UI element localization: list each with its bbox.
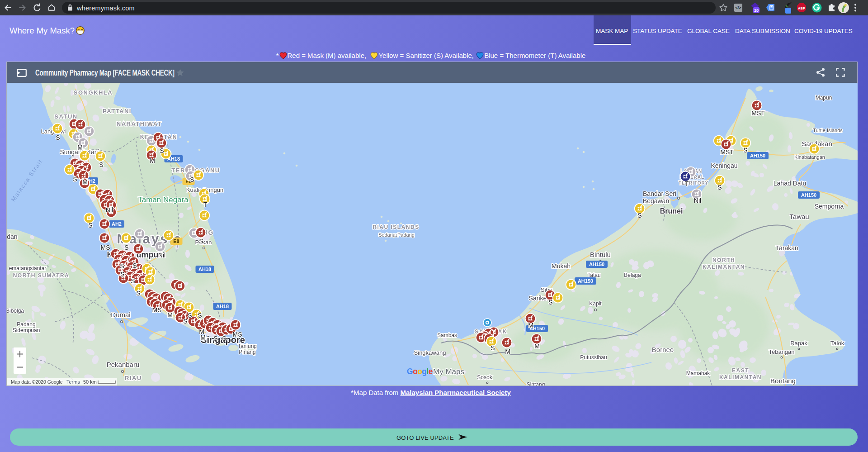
svg-text:Padang: Padang [397, 232, 415, 238]
svg-text:S: S [99, 161, 103, 168]
svg-text:Tawau: Tawau [789, 213, 809, 220]
svg-text:50 km: 50 km [83, 379, 97, 385]
svg-text:Semporna: Semporna [815, 203, 844, 210]
svg-text:M: M [200, 334, 206, 341]
svg-text:AH150: AH150 [578, 278, 593, 284]
svg-text:S: S [183, 318, 187, 325]
svg-text:S: S [743, 147, 747, 154]
svg-text:10: 10 [754, 8, 759, 13]
svg-text:M: M [82, 178, 88, 186]
svg-text:SONGKHLA: SONGKHLA [74, 89, 113, 96]
svg-text:M: M [505, 348, 510, 355]
svg-text:Taman Negara: Taman Negara [138, 195, 189, 204]
svg-text:S: S [190, 176, 194, 183]
svg-text:ABP: ABP [798, 6, 805, 10]
svg-text:M: M [77, 144, 83, 151]
svg-text:Pekan: Pekan [195, 239, 212, 246]
svg-text:S: S [637, 212, 642, 219]
svg-text:S: S [222, 335, 226, 342]
svg-text:S: S [717, 184, 722, 191]
svg-text:M: M [150, 157, 155, 164]
svg-text:S: S [136, 290, 140, 297]
svg-text:S: S [199, 238, 203, 245]
svg-text:Padang: Padang [17, 321, 35, 328]
svg-text:My Maps: My Maps [433, 367, 464, 376]
svg-text:KALIMANTAN: KALIMANTAN [703, 264, 745, 270]
svg-text:AH18: AH18 [216, 304, 229, 309]
svg-text:RIAU ISLANDS: RIAU ISLANDS [373, 224, 419, 230]
svg-text:Pekanbaru: Pekanbaru [107, 361, 140, 368]
svg-text:Mukah: Mukah [552, 262, 571, 270]
svg-text:S: S [213, 335, 217, 342]
svg-text:MS: MS [152, 306, 162, 314]
svg-text:Tanjung: Tanjung [238, 343, 257, 349]
svg-text:S: S [56, 134, 60, 141]
svg-text:Google: Google [407, 367, 433, 376]
svg-text:Keningau: Keningau [711, 162, 737, 169]
svg-text:Mamahak: Mamahak [686, 370, 711, 376]
svg-text:M: M [167, 311, 173, 319]
svg-text:MS: MS [101, 244, 110, 251]
svg-text:AH150: AH150 [589, 262, 604, 267]
svg-text:Belaga: Belaga [624, 272, 641, 278]
svg-text:Begawan: Begawan [643, 197, 669, 205]
svg-text:Tatau: Tatau [587, 272, 600, 278]
svg-text:MS: MS [233, 331, 242, 338]
svg-text:KALIMANTAN: KALIMANTAN [719, 374, 762, 381]
svg-text:Rapak: Rapak [790, 340, 807, 347]
svg-text:Borneo: Borneo [652, 346, 674, 353]
svg-text:S: S [548, 299, 552, 306]
svg-text:Sosok: Sosok [477, 374, 492, 381]
svg-text:Singkawang: Singkawang [414, 349, 446, 356]
svg-text:Pinang: Pinang [239, 349, 255, 355]
svg-text:Sintang: Sintang [527, 381, 545, 385]
svg-text:NORTH: NORTH [712, 257, 735, 263]
svg-text:Sambas: Sambas [437, 332, 457, 338]
svg-text:Terms: Terms [66, 379, 80, 385]
svg-text:PATTANI: PATTANI [103, 108, 132, 114]
svg-text:Tebangan: Tebangan [769, 348, 794, 355]
svg-text:Kinabatangan: Kinabatangan [794, 154, 825, 160]
svg-text:Bintulu: Bintulu [590, 251, 611, 258]
svg-text:EAST: EAST [732, 367, 749, 374]
svg-text:S: S [160, 147, 164, 154]
svg-text:S: S [120, 262, 124, 270]
svg-text:AH18: AH18 [198, 266, 211, 272]
svg-text:MST: MST [720, 148, 734, 156]
svg-text:Nil: Nil [694, 197, 701, 204]
svg-text:S: S [131, 277, 135, 285]
svg-text:S: S [188, 312, 192, 319]
svg-text:Map data ©2020 Google: Map data ©2020 Google [11, 379, 63, 385]
svg-text:Bontang: Bontang [770, 377, 796, 385]
svg-text:Dumai: Dumai [111, 311, 130, 319]
svg-text:E8: E8 [173, 238, 179, 244]
svg-text:Turtle Islands: Turtle Islands [813, 128, 843, 133]
svg-text:NARATHIWAT: NARATHIWAT [117, 120, 162, 127]
svg-text:Bandar Seri: Bandar Seri [643, 190, 676, 197]
svg-text:S: S [132, 262, 137, 269]
svg-text:S: S [88, 222, 92, 229]
svg-text:NORTH SUMATRA: NORTH SUMATRA [13, 272, 70, 279]
svg-text:Brunei: Brunei [660, 207, 683, 215]
svg-text:M: M [528, 322, 533, 329]
svg-text:M: M [534, 343, 540, 350]
svg-text:AH2: AH2 [112, 221, 122, 227]
svg-text:S: S [124, 244, 128, 251]
svg-text:T: T [685, 180, 689, 187]
svg-text:MST: MST [751, 109, 765, 117]
svg-text:Putussibau: Putussibau [580, 354, 607, 361]
svg-text:RIAU: RIAU [125, 375, 142, 381]
svg-text:AH150: AH150 [801, 192, 816, 198]
svg-text:edan: edan [7, 233, 18, 240]
svg-text:Nil: Nil [158, 252, 165, 259]
svg-text:ematangsiantar: ematangsiantar [9, 265, 47, 271]
svg-text:S: S [120, 271, 124, 278]
svg-text:Talok: Talok [830, 340, 844, 347]
svg-text:S: S [198, 312, 202, 319]
svg-text:Lahad Datu: Lahad Datu [774, 180, 806, 187]
svg-text:T: T [203, 201, 208, 208]
svg-text:Tarakan: Tarakan [776, 244, 798, 252]
svg-text:Mapun: Mapun [816, 95, 832, 101]
svg-text:Sidempuan: Sidempuan [13, 327, 40, 333]
svg-text:S: S [73, 176, 77, 183]
